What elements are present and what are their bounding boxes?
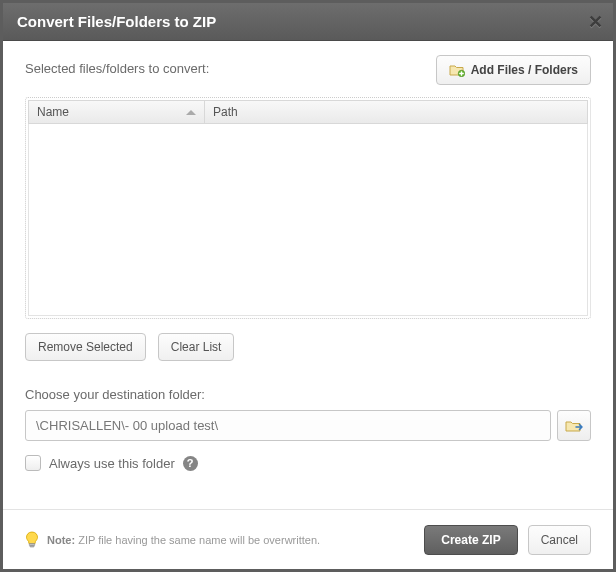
list-buttons: Remove Selected Clear List <box>25 333 591 361</box>
column-path-label: Path <box>213 105 238 119</box>
note-body: ZIP file having the same name will be ov… <box>78 534 320 546</box>
always-checkbox[interactable] <box>25 455 41 471</box>
always-label: Always use this folder <box>49 456 175 471</box>
dialog: Convert Files/Folders to ZIP ✕ Selected … <box>0 0 616 572</box>
destination-section: Choose your destination folder: Always u… <box>25 387 591 471</box>
column-name-label: Name <box>37 105 69 119</box>
close-icon[interactable]: ✕ <box>588 13 603 31</box>
help-icon[interactable]: ? <box>183 456 198 471</box>
note-text: Note: ZIP file having the same name will… <box>47 534 320 546</box>
always-row: Always use this folder ? <box>25 455 591 471</box>
column-name[interactable]: Name <box>29 101 205 123</box>
dialog-title: Convert Files/Folders to ZIP <box>17 13 216 30</box>
browse-folder-button[interactable] <box>557 410 591 441</box>
top-row: Selected files/folders to convert: Add F… <box>25 55 591 85</box>
cancel-label: Cancel <box>541 533 578 547</box>
lightbulb-icon <box>25 531 39 549</box>
file-table: Name Path <box>25 97 591 319</box>
footer-buttons: Create ZIP Cancel <box>424 525 591 555</box>
clear-list-label: Clear List <box>171 340 222 354</box>
create-zip-label: Create ZIP <box>441 533 500 547</box>
note-label: Note: <box>47 534 75 546</box>
remove-selected-label: Remove Selected <box>38 340 133 354</box>
destination-label: Choose your destination folder: <box>25 387 591 402</box>
svg-rect-2 <box>30 545 34 546</box>
table-body[interactable] <box>28 124 588 316</box>
cancel-button[interactable]: Cancel <box>528 525 591 555</box>
sort-asc-icon <box>186 110 196 115</box>
add-files-button[interactable]: Add Files / Folders <box>436 55 591 85</box>
destination-row <box>25 410 591 441</box>
add-folder-icon <box>449 63 465 77</box>
content-area: Selected files/folders to convert: Add F… <box>3 41 613 509</box>
note: Note: ZIP file having the same name will… <box>25 531 320 549</box>
svg-rect-1 <box>29 543 34 545</box>
browse-folder-icon <box>565 419 583 433</box>
create-zip-button[interactable]: Create ZIP <box>424 525 517 555</box>
column-path[interactable]: Path <box>205 101 587 123</box>
add-files-label: Add Files / Folders <box>471 63 578 77</box>
titlebar: Convert Files/Folders to ZIP ✕ <box>3 3 613 41</box>
footer: Note: ZIP file having the same name will… <box>3 509 613 569</box>
table-header: Name Path <box>28 100 588 124</box>
clear-list-button[interactable]: Clear List <box>158 333 235 361</box>
selected-label: Selected files/folders to convert: <box>25 55 209 76</box>
destination-input[interactable] <box>25 410 551 441</box>
remove-selected-button[interactable]: Remove Selected <box>25 333 146 361</box>
